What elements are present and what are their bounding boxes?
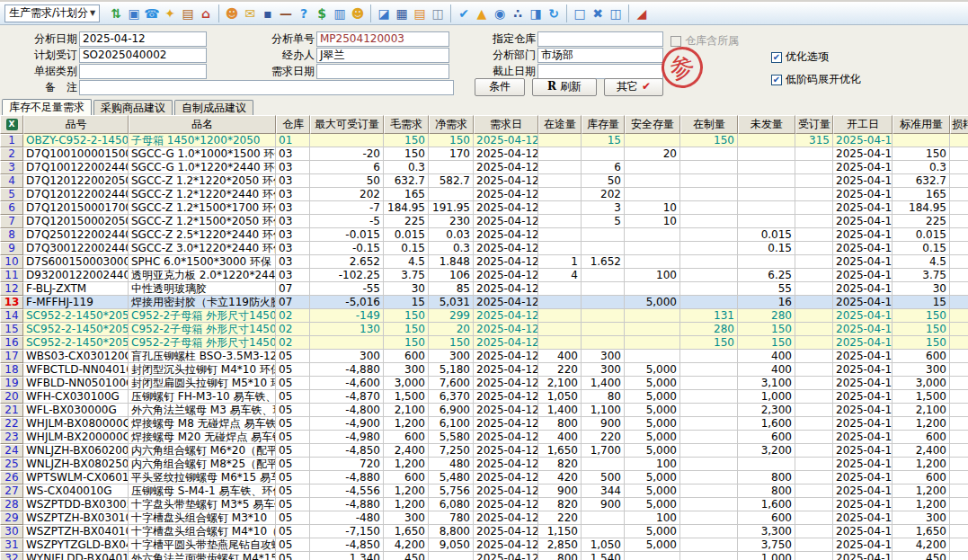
cell[interactable]: 1,500 (893, 390, 950, 404)
end-date-field[interactable] (537, 64, 663, 79)
cell[interactable]: 202 (310, 188, 384, 201)
cell[interactable] (680, 498, 738, 511)
cell[interactable]: 16 (738, 296, 795, 309)
cell[interactable]: 2025-04-12 (833, 242, 893, 255)
cell[interactable]: 4.5 (893, 255, 950, 269)
row-number[interactable]: 28 (0, 498, 23, 511)
cell[interactable]: 2025-04-12 (474, 404, 538, 417)
cell[interactable]: 1,200 (384, 458, 429, 471)
cell[interactable]: SGCC-Z 2.5*1220*2440 环保大 (129, 228, 276, 242)
cell[interactable]: SGCC-G 1.0*1000*1500 环保大 (129, 147, 276, 161)
cell[interactable]: 03 (276, 269, 310, 282)
cell[interactable] (538, 174, 582, 188)
row-number[interactable]: 13 (0, 296, 23, 309)
cell[interactable]: SC952-2-1450*2050-1 (23, 323, 129, 336)
cell[interactable]: 05 (276, 538, 310, 552)
cell[interactable]: 280 (680, 323, 738, 336)
cell[interactable]: 2025-04-12 (474, 161, 538, 174)
cell[interactable]: D932001220024400G (23, 269, 129, 282)
cell[interactable] (950, 458, 968, 471)
cell[interactable] (680, 147, 738, 161)
cell[interactable]: 封闭型扁圆头拉铆钉 M5*10 环 (129, 377, 276, 390)
cell[interactable]: SPHC 6.0*1500*3000 环保 (129, 255, 276, 269)
table-row[interactable]: 12F-BLJ-ZXTM中性透明玻璃胶07-5530852025-04-1255… (0, 282, 968, 296)
cell[interactable]: D7Q2501220024400G (23, 228, 129, 242)
exit-icon[interactable]: ◢ (633, 4, 651, 22)
cell[interactable]: 500 (582, 471, 625, 484)
cell[interactable]: 4.5 (384, 255, 429, 269)
key-icon[interactable]: — (277, 4, 295, 22)
cell[interactable]: 5,000 (625, 404, 680, 417)
row-number[interactable]: 7 (0, 215, 23, 228)
cell[interactable] (795, 174, 833, 188)
table-row[interactable]: 6D7Q1201500017000GSGCC-Z 1.2*1500*1700 环… (0, 201, 968, 215)
cell[interactable]: -55 (310, 282, 384, 296)
cell[interactable]: 184.95 (384, 201, 429, 215)
cell[interactable]: 内六角组合螺钉 M6*20（配平弹 (129, 444, 276, 458)
cell[interactable] (795, 377, 833, 390)
cell[interactable]: 820 (538, 498, 582, 511)
cell[interactable]: 5,000 (625, 363, 680, 377)
cell[interactable]: 300 (582, 363, 625, 377)
cell[interactable] (680, 511, 738, 525)
cell[interactable]: 1,200 (893, 498, 950, 511)
cell[interactable]: 03 (276, 255, 310, 269)
cell[interactable]: WFBLD-NN050100G (23, 377, 129, 390)
cell[interactable] (680, 552, 738, 560)
cell[interactable]: 3 (582, 201, 625, 215)
cell[interactable]: 2025-04-12 (833, 350, 893, 363)
cell[interactable]: 外六角法兰螺母 M3 易车铁、环 (129, 404, 276, 417)
cell[interactable]: 02 (276, 336, 310, 350)
cell[interactable]: 2025-04-12 (833, 484, 893, 498)
cell[interactable]: 2025-04-12 (833, 269, 893, 282)
cell[interactable]: 3.75 (893, 269, 950, 282)
cell[interactable]: 1,650 (538, 444, 582, 458)
cell[interactable] (625, 323, 680, 336)
row-number[interactable]: 3 (0, 161, 23, 174)
cell[interactable] (538, 215, 582, 228)
cell[interactable] (582, 336, 625, 350)
row-number[interactable]: 25 (0, 458, 23, 471)
table-row[interactable]: 32WYNJFLDD-BX040150G外六角法兰面带齿螺钉 M4*15 易05… (0, 552, 968, 560)
cell[interactable] (795, 242, 833, 255)
cell[interactable] (625, 242, 680, 255)
drawer-icon[interactable]: ▤ (411, 4, 429, 22)
cell[interactable]: 150 (738, 336, 795, 350)
cell[interactable]: 05 (276, 431, 310, 444)
cell[interactable] (950, 336, 968, 350)
cell[interactable]: WSZPYTZGLD-BX040150G (23, 538, 129, 552)
cell[interactable]: 600 (384, 471, 429, 484)
cell[interactable]: 5,000 (625, 390, 680, 404)
cell[interactable]: 80 (582, 390, 625, 404)
cell[interactable]: 150 (680, 134, 738, 147)
cell[interactable]: -4,980 (310, 431, 384, 444)
cell[interactable] (680, 444, 738, 458)
row-number[interactable]: 17 (0, 350, 23, 363)
cell[interactable] (680, 363, 738, 377)
cell[interactable] (625, 134, 680, 147)
cell[interactable]: C952-2子母箱 外形尺寸1450*12 (129, 323, 276, 336)
cell[interactable]: 5,000 (625, 296, 680, 309)
cell[interactable] (538, 242, 582, 255)
cell[interactable]: 632.7 (893, 174, 950, 188)
cell[interactable]: 10 (625, 201, 680, 215)
cell[interactable]: 2,100 (384, 404, 429, 417)
row-number[interactable]: 32 (0, 552, 23, 560)
cell[interactable] (795, 296, 833, 309)
cell[interactable] (582, 147, 625, 161)
cell[interactable] (680, 458, 738, 471)
cell[interactable]: 600 (893, 431, 950, 444)
cell[interactable]: WHJLM-BX200000G (23, 431, 129, 444)
report-icon[interactable]: ◪ (375, 4, 393, 22)
cell[interactable]: 15 (582, 134, 625, 147)
table-row[interactable]: 19WFBLD-NN050100G封闭型扁圆头拉铆钉 M5*10 环05-4,6… (0, 377, 968, 390)
cell[interactable] (538, 282, 582, 296)
cell[interactable]: 03 (276, 215, 310, 228)
cell[interactable] (680, 525, 738, 538)
cell[interactable]: -480 (310, 511, 384, 525)
cell[interactable]: 800 (538, 552, 582, 560)
row-number[interactable]: 31 (0, 538, 23, 552)
cell[interactable]: 2025-04-12 (474, 552, 538, 560)
cell[interactable]: 150 (384, 147, 429, 161)
cell[interactable]: 5,000 (625, 538, 680, 552)
